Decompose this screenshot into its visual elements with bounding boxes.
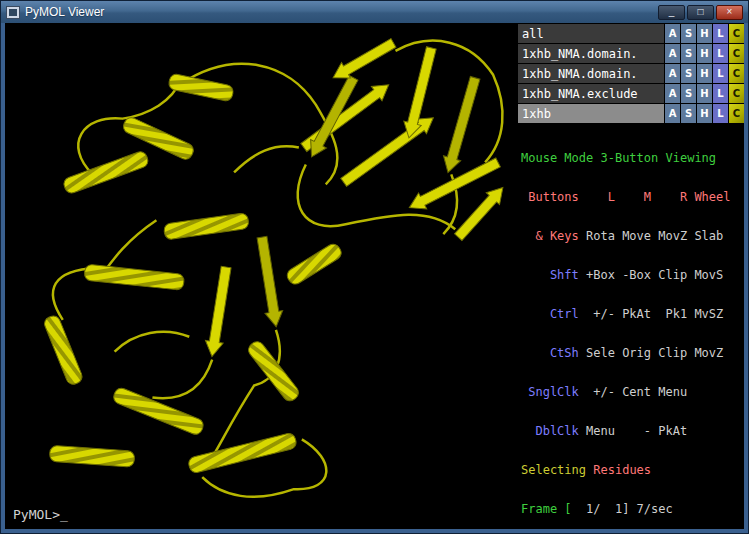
object-row-all: all A S H L C xyxy=(518,24,744,43)
ctrl-label: Ctrl xyxy=(521,307,579,321)
ctsh-label: CtSh xyxy=(521,346,579,360)
color-button[interactable]: C xyxy=(729,64,744,83)
close-button[interactable]: × xyxy=(716,5,743,20)
doubleclick-values: Menu - PkAt xyxy=(579,424,687,438)
keys-values: Rota Move MovZ Slab xyxy=(579,229,724,243)
shift-values: +Box -Box Clip MovS xyxy=(579,268,724,282)
frame-value: 1/ 1] 7/sec xyxy=(572,502,673,516)
object-name[interactable]: 1xhb_NMA.exclude xyxy=(518,84,664,103)
protein-structure xyxy=(5,23,518,529)
pymol-window: PyMOL Viewer _ □ × xyxy=(0,0,749,534)
label-button[interactable]: L xyxy=(713,64,728,83)
app-icon xyxy=(6,6,20,19)
titlebar[interactable]: PyMOL Viewer _ □ × xyxy=(1,1,748,23)
window-title: PyMOL Viewer xyxy=(25,5,658,19)
window-content: PyMOL>_ all A S H L C 1xhb_NMA.domain. A… xyxy=(5,23,744,529)
label-button[interactable]: L xyxy=(713,44,728,63)
minimize-button[interactable]: _ xyxy=(658,5,685,20)
ctsh-values: Sele Orig Clip MovZ xyxy=(579,346,724,360)
action-button[interactable]: A xyxy=(665,84,680,103)
object-row: 1xhb_NMA.domain. A S H L C xyxy=(518,64,744,83)
ctrl-values: +/- PkAt Pk1 MvSZ xyxy=(579,307,724,321)
command-prompt[interactable]: PyMOL>_ xyxy=(13,507,68,522)
buttons-header-label: Buttons xyxy=(521,190,579,204)
selecting-label[interactable]: Selecting xyxy=(521,463,586,477)
color-button[interactable]: C xyxy=(729,104,744,123)
object-row: 1xhb_NMA.exclude A S H L C xyxy=(518,84,744,103)
frame-label: Frame [ xyxy=(521,502,572,516)
object-name[interactable]: 1xhb_NMA.domain. xyxy=(518,64,664,83)
color-button[interactable]: C xyxy=(729,44,744,63)
hide-button[interactable]: H xyxy=(697,104,712,123)
object-name[interactable]: 1xhb_NMA.domain. xyxy=(518,44,664,63)
side-panel: all A S H L C 1xhb_NMA.domain. A S H L C… xyxy=(518,23,744,529)
object-name[interactable]: all xyxy=(518,24,664,43)
maximize-button[interactable]: □ xyxy=(687,5,714,20)
buttons-header-cols: L M R Wheel xyxy=(579,190,731,204)
hide-button[interactable]: H xyxy=(697,24,712,43)
mouse-mode-title[interactable]: Mouse Mode 3-Button Viewing xyxy=(521,151,716,165)
action-button[interactable]: A xyxy=(665,44,680,63)
hide-button[interactable]: H xyxy=(697,64,712,83)
object-name[interactable]: 1xhb xyxy=(518,104,664,123)
viewport-3d[interactable]: PyMOL>_ xyxy=(5,23,518,529)
show-button[interactable]: S xyxy=(681,44,696,63)
action-button[interactable]: A xyxy=(665,24,680,43)
action-button[interactable]: A xyxy=(665,64,680,83)
show-button[interactable]: S xyxy=(681,104,696,123)
label-button[interactable]: L xyxy=(713,84,728,103)
hide-button[interactable]: H xyxy=(697,44,712,63)
singleclick-values: +/- Cent Menu xyxy=(579,385,687,399)
selecting-value[interactable]: Residues xyxy=(586,463,651,477)
hide-button[interactable]: H xyxy=(697,84,712,103)
show-button[interactable]: S xyxy=(681,24,696,43)
object-list: all A S H L C 1xhb_NMA.domain. A S H L C… xyxy=(518,23,744,124)
object-row-selected: 1xhb A S H L C xyxy=(518,104,744,123)
doubleclick-label: DblClk xyxy=(521,424,579,438)
label-button[interactable]: L xyxy=(713,104,728,123)
singleclick-label: SnglClk xyxy=(521,385,579,399)
show-button[interactable]: S xyxy=(681,64,696,83)
shift-label: Shft xyxy=(521,268,579,282)
color-button[interactable]: C xyxy=(729,84,744,103)
keys-label: & Keys xyxy=(521,229,579,243)
action-button[interactable]: A xyxy=(665,104,680,123)
mouse-mode-panel: Mouse Mode 3-Button Viewing Buttons L M … xyxy=(518,124,744,534)
color-button[interactable]: C xyxy=(729,24,744,43)
object-row: 1xhb_NMA.domain. A S H L C xyxy=(518,44,744,63)
label-button[interactable]: L xyxy=(713,24,728,43)
show-button[interactable]: S xyxy=(681,84,696,103)
